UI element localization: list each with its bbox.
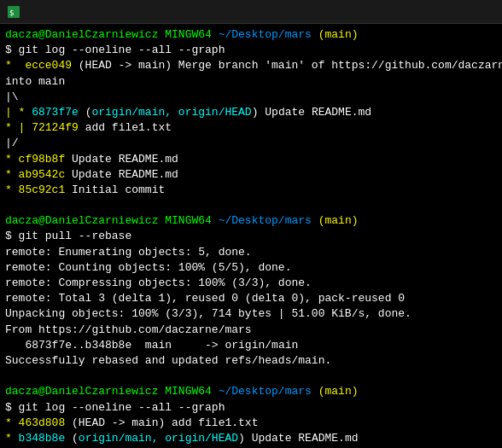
terminal-output: | * 6873f7e (origin/main, origin/HEAD) U… bbox=[5, 105, 497, 120]
prompt-space bbox=[312, 214, 318, 227]
terminal-output: |\ bbox=[5, 90, 497, 105]
prompt-branch: (main) bbox=[318, 214, 359, 227]
terminal-command: $ git pull --rebase bbox=[5, 229, 497, 244]
output-segment: * bbox=[5, 168, 19, 181]
output-segment: ) Update README.md bbox=[252, 106, 371, 119]
minimize-button[interactable] bbox=[377, 0, 417, 24]
output-segment: * bbox=[5, 432, 19, 445]
terminal-output: From https://github.com/daczarne/mars bbox=[5, 323, 497, 338]
prompt-separator bbox=[212, 28, 219, 41]
svg-text:$: $ bbox=[9, 9, 14, 17]
terminal-output: * 85c92c1 Initial commit bbox=[5, 183, 497, 198]
output-segment: (HEAD -> main) add file1.txt bbox=[65, 416, 258, 429]
output-segment: 85c92c1 bbox=[19, 183, 66, 196]
prompt-separator bbox=[212, 214, 219, 227]
terminal-output: remote: Counting objects: 100% (5/5), do… bbox=[5, 260, 497, 276]
prompt-user: dacza@DanielCzarniewicz MINGW64 bbox=[5, 385, 212, 398]
close-button[interactable] bbox=[456, 0, 495, 24]
terminal-window: $ dacza@DanielCzarniewicz MINGW64 ~/Desk… bbox=[0, 0, 502, 448]
terminal-prompt: dacza@DanielCzarniewicz MINGW64 ~/Deskto… bbox=[5, 213, 497, 229]
prompt-space bbox=[312, 28, 318, 41]
terminal-output: into main bbox=[5, 74, 497, 90]
prompt-user: dacza@DanielCzarniewicz MINGW64 bbox=[5, 28, 212, 41]
terminal-output: * ab9542c Update README.md bbox=[5, 167, 497, 183]
terminal-output: remote: Total 3 (delta 1), reused 0 (del… bbox=[5, 291, 497, 306]
window-controls bbox=[377, 0, 495, 24]
output-segment: ) Update README.md bbox=[238, 432, 358, 445]
output-segment: cf98b8f bbox=[19, 153, 66, 166]
output-segment: -> bbox=[172, 339, 225, 352]
terminal-output: remote: Compressing objects: 100% (3/3),… bbox=[5, 276, 497, 291]
output-segment: | * bbox=[5, 106, 32, 119]
terminal-output: |/ bbox=[5, 136, 497, 151]
prompt-branch: (main) bbox=[318, 385, 359, 398]
output-segment: 72124f9 bbox=[32, 121, 79, 134]
prompt-separator bbox=[212, 385, 219, 398]
output-segment: Update README.md bbox=[65, 153, 178, 166]
terminal-output: 6873f7e..b348b8e main -> origin/main bbox=[5, 338, 497, 353]
terminal-output: remote: Enumerating objects: 5, done. bbox=[5, 245, 497, 260]
output-segment: (HEAD -> main) Merge branch 'main' of ht… bbox=[72, 59, 502, 72]
output-segment: 463d808 bbox=[19, 416, 66, 429]
output-segment: 6873f7e..b348b8e main bbox=[5, 339, 172, 352]
output-segment: origin/main bbox=[225, 339, 298, 352]
output-segment: ab9542c bbox=[19, 168, 66, 181]
output-segment: origin/main, origin/HEAD bbox=[79, 432, 238, 445]
output-segment: ecce049 bbox=[25, 59, 72, 72]
output-segment: ( bbox=[79, 106, 92, 119]
output-segment: origin/main, origin/HEAD bbox=[91, 106, 251, 119]
output-segment: add file1.txt bbox=[79, 121, 172, 134]
prompt-space bbox=[312, 385, 318, 398]
output-segment: Initial commit bbox=[65, 183, 165, 196]
terminal-prompt: dacza@DanielCzarniewicz MINGW64 ~/Deskto… bbox=[5, 27, 497, 43]
terminal-output: * cf98b8f Update README.md bbox=[5, 152, 497, 167]
terminal-prompt: dacza@DanielCzarniewicz MINGW64 ~/Deskto… bbox=[5, 384, 497, 399]
terminal-content[interactable]: dacza@DanielCzarniewicz MINGW64 ~/Deskto… bbox=[0, 24, 502, 448]
terminal-output: * ecce049 (HEAD -> main) Merge branch 'm… bbox=[5, 58, 497, 73]
output-segment: Update README.md bbox=[65, 168, 178, 181]
terminal-output: Unpacking objects: 100% (3/3), 714 bytes… bbox=[5, 306, 497, 322]
terminal-blank bbox=[5, 198, 497, 213]
terminal-output: * | 72124f9 add file1.txt bbox=[5, 120, 497, 136]
prompt-path: ~/Desktop/mars bbox=[219, 214, 312, 227]
output-segment: * bbox=[5, 183, 19, 196]
terminal-output: * b348b8e (origin/main, origin/HEAD) Upd… bbox=[5, 431, 497, 446]
output-segment: * | bbox=[5, 121, 32, 134]
terminal-blank bbox=[5, 369, 497, 384]
titlebar: $ bbox=[0, 0, 502, 24]
output-segment: b348b8e bbox=[19, 432, 66, 445]
terminal-output: Successfully rebased and updated refs/he… bbox=[5, 353, 497, 369]
output-segment: * bbox=[5, 153, 19, 166]
output-segment: * bbox=[5, 416, 19, 429]
output-segment: * bbox=[5, 59, 25, 72]
prompt-path: ~/Desktop/mars bbox=[219, 28, 312, 41]
prompt-path: ~/Desktop/mars bbox=[219, 385, 312, 398]
terminal-icon: $ bbox=[7, 5, 20, 19]
prompt-user: dacza@DanielCzarniewicz MINGW64 bbox=[5, 214, 212, 227]
terminal-output: * 463d808 (HEAD -> main) add file1.txt bbox=[5, 416, 497, 431]
output-segment: ( bbox=[65, 432, 79, 445]
prompt-branch: (main) bbox=[318, 28, 359, 41]
maximize-button[interactable] bbox=[417, 0, 456, 24]
output-segment: 6873f7e bbox=[32, 106, 79, 119]
terminal-command: $ git log --oneline --all --graph bbox=[5, 43, 497, 58]
terminal-command: $ git log --oneline --all --graph bbox=[5, 400, 497, 416]
